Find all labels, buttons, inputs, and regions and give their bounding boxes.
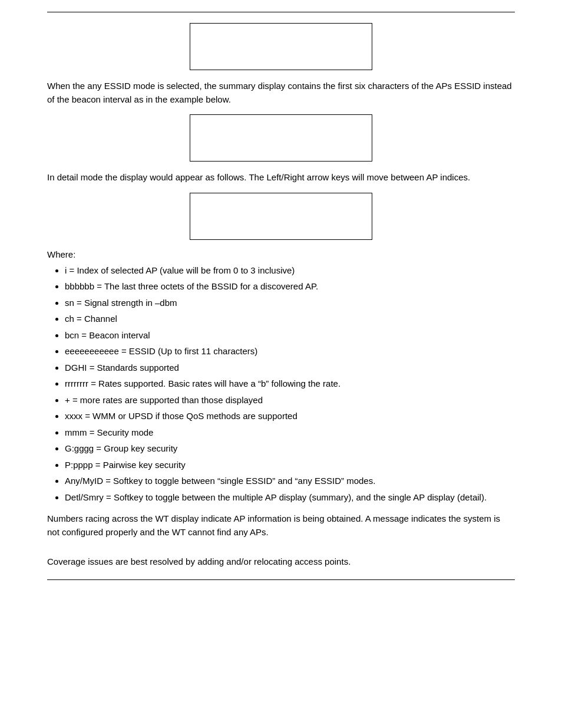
list-item: ch = Channel bbox=[65, 312, 515, 326]
coverage-paragraph: Coverage issues are best resolved by add… bbox=[47, 555, 515, 569]
list-item: DGHI = Standards supported bbox=[65, 361, 515, 375]
diagram-box-3 bbox=[190, 193, 372, 240]
list-item: rrrrrrrr = Rates supported. Basic rates … bbox=[65, 377, 515, 391]
essid-mode-text: When the any ESSID mode is selected, the… bbox=[47, 81, 512, 104]
list-item: eeeeeeeeeee = ESSID (Up to first 11 char… bbox=[65, 345, 515, 358]
list-item: Detl/Smry = Softkey to toggle between th… bbox=[65, 491, 515, 505]
detail-mode-paragraph: In detail mode the display would appear … bbox=[47, 171, 515, 185]
list-item: G:gggg = Group key security bbox=[65, 442, 515, 456]
list-item: + = more rates are supported than those … bbox=[65, 394, 515, 407]
coverage-text: Coverage issues are best resolved by add… bbox=[47, 556, 351, 566]
spacer bbox=[47, 547, 515, 555]
diagram-container-3 bbox=[47, 193, 515, 240]
diagram-box-2 bbox=[190, 114, 372, 162]
list-item: bcn = Beacon interval bbox=[65, 329, 515, 342]
numbers-racing-text: Numbers racing across the WT display ind… bbox=[47, 513, 500, 537]
list-item: P:pppp = Pairwise key security bbox=[65, 459, 515, 472]
detail-mode-text: In detail mode the display would appear … bbox=[47, 172, 470, 182]
bottom-rule bbox=[47, 579, 515, 580]
diagram-container-2 bbox=[47, 114, 515, 162]
diagram-container-1 bbox=[47, 23, 515, 70]
page: When the any ESSID mode is selected, the… bbox=[0, 0, 562, 728]
list-item: xxxx = WMM or UPSD if those QoS methods … bbox=[65, 410, 515, 423]
list-item: Any/MyID = Softkey to toggle between “si… bbox=[65, 475, 515, 488]
diagram-box-1 bbox=[190, 23, 372, 70]
essid-mode-paragraph: When the any ESSID mode is selected, the… bbox=[47, 80, 515, 106]
bullet-list: i = Index of selected AP (value will be … bbox=[65, 264, 515, 505]
where-label: Where: bbox=[47, 249, 515, 259]
numbers-racing-paragraph: Numbers racing across the WT display ind… bbox=[47, 512, 515, 539]
list-item: i = Index of selected AP (value will be … bbox=[65, 264, 515, 278]
list-item: sn = Signal strength in –dbm bbox=[65, 297, 515, 310]
top-rule bbox=[47, 12, 515, 12]
list-item: mmm = Security mode bbox=[65, 426, 515, 440]
list-item: bbbbbb = The last three octets of the BS… bbox=[65, 280, 515, 294]
